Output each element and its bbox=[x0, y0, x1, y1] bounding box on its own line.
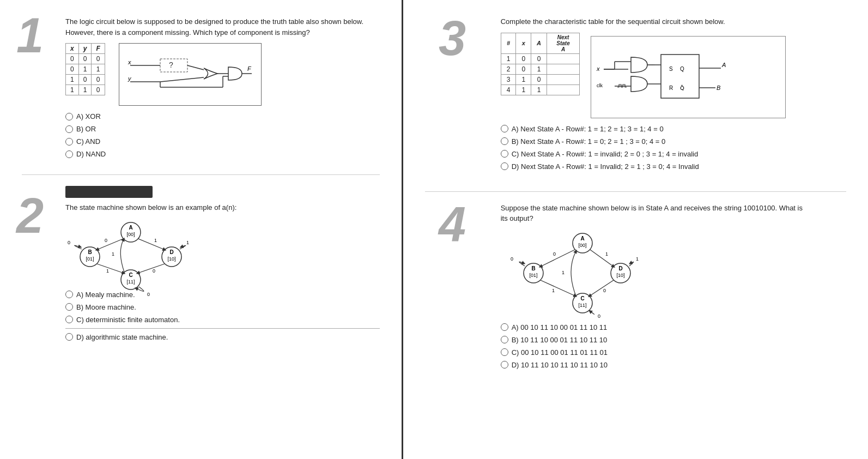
svg-line-71 bbox=[541, 250, 575, 267]
svg-text:0: 0 bbox=[511, 256, 513, 262]
q2-option-c[interactable]: C) deterministic finite automaton. bbox=[65, 316, 380, 324]
svg-line-34 bbox=[138, 264, 165, 273]
divider-q1-q2 bbox=[22, 174, 380, 175]
svg-text:Q: Q bbox=[680, 66, 684, 72]
q2-option-a-label: A) Mealy machine. bbox=[76, 291, 135, 299]
svg-text:x: x bbox=[128, 59, 131, 65]
radio-b[interactable] bbox=[65, 125, 73, 133]
question-2-block: 2 The state machine shown below is an ex… bbox=[22, 186, 380, 341]
svg-text:1: 1 bbox=[605, 251, 608, 257]
q2-option-d[interactable]: D) algorithmic state machine. bbox=[65, 328, 380, 341]
svg-text:A: A bbox=[721, 62, 726, 68]
svg-text:A: A bbox=[129, 225, 132, 231]
radio-2c[interactable] bbox=[65, 316, 73, 323]
q3-option-d-label: D) Next State A - Row#: 1 = Invalid; 2 =… bbox=[512, 162, 699, 171]
col-f: F bbox=[92, 44, 105, 54]
q2-text: The state machine shown below is an exam… bbox=[65, 202, 371, 213]
svg-line-28 bbox=[97, 239, 123, 250]
radio-a[interactable] bbox=[65, 113, 73, 120]
q1-option-b[interactable]: B) OR bbox=[65, 125, 380, 133]
q4-options: A) 00 10 11 10 00 01 11 10 11 B) 10 11 1… bbox=[501, 323, 806, 369]
svg-text:1: 1 bbox=[186, 240, 189, 245]
question-4-block: 4 Suppose the state machine shown below … bbox=[425, 203, 846, 373]
radio-3a[interactable] bbox=[501, 125, 508, 132]
table-row: 110 bbox=[66, 85, 105, 95]
q3-option-b[interactable]: B) Next State A - Row#: 1 = 0; 2 = 1 ; 3… bbox=[501, 137, 786, 146]
col-next-state: NextStateA bbox=[547, 33, 580, 53]
svg-text:[00]: [00] bbox=[126, 232, 135, 237]
svg-text:[11]: [11] bbox=[126, 279, 135, 285]
col-x: x bbox=[66, 44, 79, 54]
q3-number: 3 bbox=[439, 16, 466, 61]
q1-option-a-label: A) XOR bbox=[76, 112, 101, 120]
q1-options: A) XOR B) OR C) AND D) NAND bbox=[65, 112, 380, 158]
q1-option-c-label: C) AND bbox=[76, 137, 100, 146]
col-y: y bbox=[78, 44, 92, 54]
q3-options: A) Next State A - Row#: 1 = 1; 2 = 1; 3 … bbox=[501, 125, 786, 171]
radio-2a[interactable] bbox=[65, 291, 73, 298]
radio-3d[interactable] bbox=[501, 162, 508, 170]
q1-option-c[interactable]: C) AND bbox=[65, 137, 380, 146]
svg-line-30 bbox=[138, 239, 165, 250]
svg-text:D: D bbox=[618, 265, 622, 271]
svg-rect-42 bbox=[661, 55, 699, 98]
svg-text:0: 0 bbox=[598, 313, 600, 319]
q3-option-a[interactable]: A) Next State A - Row#: 1 = 1; 2 = 1; 3 … bbox=[501, 125, 786, 133]
svg-rect-4 bbox=[160, 59, 187, 72]
q4-option-d[interactable]: D) 10 11 10 10 11 10 11 10 10 bbox=[501, 361, 806, 369]
q3-option-d[interactable]: D) Next State A - Row#: 1 = Invalid; 2 =… bbox=[501, 162, 786, 171]
svg-text:0: 0 bbox=[553, 251, 556, 257]
radio-4c[interactable] bbox=[501, 348, 508, 356]
q1-option-d[interactable]: D) NAND bbox=[65, 150, 380, 158]
table-row: 000 bbox=[66, 54, 105, 64]
svg-text:1: 1 bbox=[112, 251, 114, 257]
radio-3c[interactable] bbox=[501, 150, 508, 158]
svg-text:B: B bbox=[717, 84, 720, 91]
q3-circuit-svg: x S Q A R Q̄ B bbox=[596, 41, 781, 112]
redacted-bar bbox=[65, 186, 153, 198]
q4-content: Suppose the state machine shown below is… bbox=[501, 203, 806, 373]
q2-state-diagram: A [00] B [01] D [10] C [11] 0 1 bbox=[65, 219, 185, 284]
q1-text: The logic circuit below is supposed to b… bbox=[65, 16, 371, 38]
radio-4a[interactable] bbox=[501, 323, 508, 331]
radio-c[interactable] bbox=[65, 138, 73, 146]
svg-text:x: x bbox=[596, 65, 600, 72]
q4-option-c-label: C) 00 10 11 00 01 11 01 11 01 bbox=[512, 348, 608, 357]
svg-text:0: 0 bbox=[147, 292, 150, 297]
svg-text:D: D bbox=[169, 249, 173, 255]
svg-text:Q̄: Q̄ bbox=[680, 85, 684, 91]
q2-option-b[interactable]: B) Moore machine. bbox=[65, 303, 380, 311]
left-panel: 1 The logic circuit below is supposed to… bbox=[0, 0, 403, 459]
radio-2d[interactable] bbox=[65, 333, 73, 341]
q2-option-a[interactable]: A) Mealy machine. bbox=[65, 291, 380, 299]
radio-4b[interactable] bbox=[501, 336, 508, 343]
svg-text:clk: clk bbox=[597, 83, 603, 88]
q3-option-c[interactable]: C) Next State A - Row#: 1 = invalid; 2 =… bbox=[501, 150, 786, 158]
q4-option-c[interactable]: C) 00 10 11 00 01 11 01 11 01 bbox=[501, 348, 806, 357]
svg-text:R: R bbox=[669, 85, 673, 91]
radio-3b[interactable] bbox=[501, 137, 508, 145]
q2-option-d-label: D) algorithmic state machine. bbox=[76, 333, 168, 341]
svg-text:[10]: [10] bbox=[167, 256, 175, 262]
col-hash: # bbox=[501, 33, 516, 53]
q4-option-b[interactable]: B) 10 11 10 00 01 11 10 11 10 bbox=[501, 336, 806, 344]
q3-content: Complete the characteristic table for th… bbox=[501, 16, 786, 175]
radio-2b[interactable] bbox=[65, 303, 73, 311]
q3-option-b-label: B) Next State A - Row#: 1 = 0; 2 = 1 ; 3… bbox=[512, 137, 666, 146]
col-x: x bbox=[516, 33, 531, 53]
svg-text:0: 0 bbox=[153, 268, 155, 274]
svg-line-75 bbox=[541, 280, 575, 296]
q4-option-a[interactable]: A) 00 10 11 10 00 01 11 10 11 bbox=[501, 323, 806, 331]
q1-option-a[interactable]: A) XOR bbox=[65, 112, 380, 120]
q4-number: 4 bbox=[439, 203, 466, 247]
svg-text:1: 1 bbox=[562, 270, 564, 275]
svg-line-73 bbox=[590, 250, 614, 267]
radio-4d[interactable] bbox=[501, 361, 508, 369]
svg-line-77 bbox=[590, 280, 614, 296]
radio-d[interactable] bbox=[65, 150, 73, 158]
svg-text:[11]: [11] bbox=[578, 303, 586, 308]
q4-option-a-label: A) 00 10 11 10 00 01 11 10 11 bbox=[512, 323, 608, 331]
q3-text: Complete the characteristic table for th… bbox=[501, 16, 786, 27]
svg-text:[10]: [10] bbox=[616, 273, 624, 278]
table-row: 100 bbox=[501, 53, 579, 64]
